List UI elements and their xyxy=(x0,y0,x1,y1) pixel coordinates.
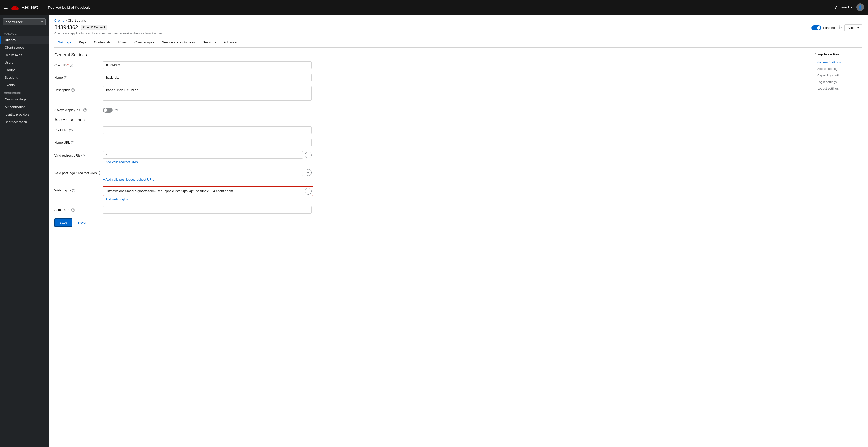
avatar[interactable]: 👤 xyxy=(856,3,864,11)
page-header-right: Enabled ⓘ Action ▾ xyxy=(811,24,862,31)
always-display-toggle[interactable] xyxy=(103,108,113,113)
web-origins-field: Web origins ? − + Add web origins xyxy=(54,186,809,201)
help-circle-icon[interactable]: ⓘ xyxy=(838,25,841,30)
jump-nav-logout-settings[interactable]: Logout settings xyxy=(815,85,857,92)
web-origins-help-icon[interactable]: ? xyxy=(72,189,75,192)
tab-client-scopes[interactable]: Client scopes xyxy=(131,38,158,47)
root-url-label: Root URL ? xyxy=(54,126,103,132)
sidebar-item-realm-roles[interactable]: Realm roles xyxy=(0,51,49,59)
remove-redirect-uri-button[interactable]: − xyxy=(305,152,312,158)
product-name: Red Hat build of Keycloak xyxy=(48,5,90,9)
sidebar-item-users[interactable]: Users xyxy=(0,59,49,66)
tab-roles[interactable]: Roles xyxy=(115,38,131,47)
openid-badge: OpenID Connect xyxy=(81,25,107,30)
description-input-container: Basic Mobile Plan xyxy=(103,86,809,101)
valid-post-logout-uri-row: − xyxy=(103,169,312,176)
access-settings-heading: Access settings xyxy=(54,118,809,123)
admin-url-field: Admin URL ? xyxy=(54,206,809,214)
tab-keys[interactable]: Keys xyxy=(75,38,90,47)
sidebar-item-sessions[interactable]: Sessions xyxy=(0,74,49,81)
help-button[interactable]: ? xyxy=(835,5,837,10)
user-federation-label: User federation xyxy=(5,120,27,124)
add-post-logout-uri-link[interactable]: + Add valid post logout redirect URIs xyxy=(103,178,809,181)
realm-settings-label: Realm settings xyxy=(5,98,26,101)
save-button[interactable]: Save xyxy=(54,218,72,227)
jump-nav-title: Jump to section xyxy=(815,53,857,56)
description-help-icon[interactable]: ? xyxy=(71,88,74,92)
breadcrumb-sep: 〉 xyxy=(65,19,66,22)
tab-advanced[interactable]: Advanced xyxy=(220,38,242,47)
home-url-input[interactable] xyxy=(103,139,312,146)
content-area: General Settings Client ID * ? Name xyxy=(54,47,862,232)
admin-url-help-icon[interactable]: ? xyxy=(71,208,75,212)
admin-url-input-container xyxy=(103,206,809,214)
root-url-input[interactable] xyxy=(103,126,312,134)
jump-nav-general-settings[interactable]: General Settings xyxy=(815,59,857,66)
tab-settings[interactable]: Settings xyxy=(54,38,75,47)
realm-selector[interactable]: globex-user1 ▾ xyxy=(3,19,45,26)
name-input[interactable] xyxy=(103,74,312,81)
remove-web-origins-button[interactable]: − xyxy=(305,188,312,195)
home-url-help-icon[interactable]: ? xyxy=(71,141,74,145)
action-dropdown-icon: ▾ xyxy=(857,26,859,30)
enabled-toggle[interactable] xyxy=(811,26,821,30)
sidebar-item-clients[interactable]: Clients xyxy=(0,36,49,44)
form-actions: Save Revert xyxy=(54,218,809,227)
tab-service-accounts-roles[interactable]: Service accounts roles xyxy=(158,38,199,47)
jump-navigation: Jump to section General Settings Access … xyxy=(809,47,857,232)
page-header: 8d39d362 OpenID Connect Clients are appl… xyxy=(54,24,862,35)
description-textarea[interactable]: Basic Mobile Plan xyxy=(103,86,312,101)
add-web-origins-link[interactable]: + Add web origins xyxy=(103,197,809,201)
realm-name: globex-user1 xyxy=(6,20,24,24)
brand: Red Hat xyxy=(11,3,38,12)
admin-url-input[interactable] xyxy=(103,206,312,214)
main-content: Clients 〉 Client details 8d39d362 OpenID… xyxy=(49,14,868,447)
authentication-label: Authentication xyxy=(5,105,26,109)
name-input-container xyxy=(103,74,809,81)
client-scopes-label: Client scopes xyxy=(5,45,24,49)
client-id-input[interactable] xyxy=(103,61,312,69)
valid-post-logout-help-icon[interactable]: ? xyxy=(98,171,101,175)
groups-label: Groups xyxy=(5,68,15,72)
redhat-logo xyxy=(11,3,20,12)
always-display-label: Always display in UI ? xyxy=(54,106,103,112)
sidebar-item-identity-providers[interactable]: Identity providers xyxy=(0,111,49,118)
sidebar-item-authentication[interactable]: Authentication xyxy=(0,103,49,111)
user-dropdown-icon: ▾ xyxy=(851,5,852,9)
web-origins-label: Web origins ? xyxy=(54,186,103,192)
client-id-input-container xyxy=(103,61,809,69)
valid-redirect-uris-help-icon[interactable]: ? xyxy=(81,154,85,157)
valid-redirect-uri-input[interactable] xyxy=(103,151,303,159)
jump-nav-login-settings[interactable]: Login settings xyxy=(815,78,857,85)
home-url-field: Home URL ? xyxy=(54,139,809,146)
valid-post-logout-uri-input[interactable] xyxy=(103,169,303,176)
nav-divider xyxy=(43,4,43,11)
web-origins-uri-row: − xyxy=(103,186,313,196)
jump-nav-access-settings[interactable]: Access settings xyxy=(815,66,857,72)
sidebar-item-realm-settings[interactable]: Realm settings xyxy=(0,96,49,103)
revert-button[interactable]: Revert xyxy=(75,218,90,227)
name-help-icon[interactable]: ? xyxy=(64,76,67,79)
sidebar-item-client-scopes[interactable]: Client scopes xyxy=(0,44,49,51)
tab-credentials[interactable]: Credentials xyxy=(90,38,114,47)
action-button[interactable]: Action ▾ xyxy=(844,24,862,31)
always-display-help-icon[interactable]: ? xyxy=(84,108,87,112)
sidebar-item-groups[interactable]: Groups xyxy=(0,66,49,74)
breadcrumb-current: Client details xyxy=(68,19,86,22)
valid-redirect-uris-label: Valid redirect URIs ? xyxy=(54,151,103,157)
identity-providers-label: Identity providers xyxy=(5,113,30,116)
description-label: Description ? xyxy=(54,86,103,92)
add-redirect-uri-link[interactable]: + Add valid redirect URIs xyxy=(103,160,809,164)
breadcrumb-clients[interactable]: Clients xyxy=(54,19,64,22)
sidebar-item-events[interactable]: Events xyxy=(0,81,49,89)
user-menu[interactable]: user1 ▾ xyxy=(841,5,852,9)
web-origins-input[interactable] xyxy=(104,188,303,195)
nav-right: ? user1 ▾ 👤 xyxy=(835,3,864,11)
root-url-help-icon[interactable]: ? xyxy=(69,129,72,132)
jump-nav-capability-config[interactable]: Capability config xyxy=(815,72,857,78)
client-id-help-icon[interactable]: ? xyxy=(70,64,73,67)
hamburger-menu[interactable]: ☰ xyxy=(4,5,8,10)
tab-sessions[interactable]: Sessions xyxy=(199,38,220,47)
sidebar-item-user-federation[interactable]: User federation xyxy=(0,118,49,126)
remove-post-logout-uri-button[interactable]: − xyxy=(305,169,312,176)
